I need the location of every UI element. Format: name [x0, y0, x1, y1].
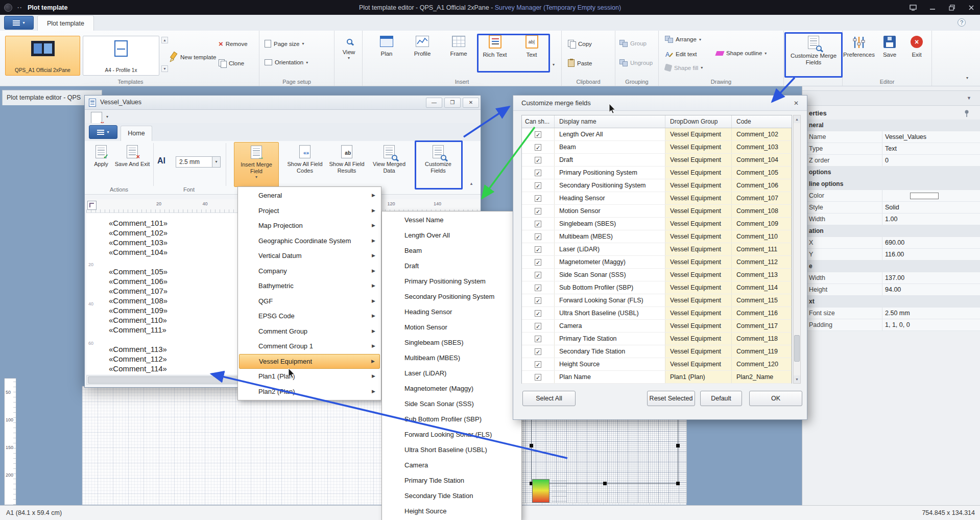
apply-button[interactable]: ✓ Apply — [89, 142, 113, 187]
property-row[interactable]: Font size2.50 mm — [802, 308, 980, 319]
submenu-item-side-scan-sonar-sss[interactable]: Side Scan Sonar (SSS) — [383, 396, 520, 412]
menu-item-vessel-equipment[interactable]: Vessel Equipment▶ — [239, 354, 380, 369]
table-row[interactable]: ✓Plan NamePlan1 (Plan)Plan2_Name — [522, 371, 792, 384]
table-row[interactable]: ✓Side Scan Sonar (SSS)Vessel EquipmentCo… — [522, 269, 792, 281]
checkbox[interactable]: ✓ — [535, 348, 541, 355]
submenu-item-secondary-tide-station[interactable]: Secondary Tide Station — [383, 488, 520, 504]
tab-plot-template[interactable]: Plot template — [37, 15, 94, 31]
submenu-item-primary-positioning-system[interactable]: Primary Positioning System — [383, 274, 520, 289]
property-row[interactable]: Z order0 — [802, 155, 980, 167]
property-row[interactable]: TypeText — [802, 143, 980, 155]
ribbon-collapse-chevron-icon[interactable]: ▾ — [966, 76, 968, 80]
selection-handle[interactable] — [676, 444, 680, 447]
view-merged-data-button[interactable]: View Merged Data — [370, 142, 409, 187]
vessel-app-menu-button[interactable]: ▾ — [89, 125, 117, 139]
submenu-item-beam[interactable]: Beam — [383, 243, 520, 258]
reset-selected-button[interactable]: Reset Selected — [647, 391, 695, 406]
property-row[interactable]: StyleSolid — [802, 202, 980, 214]
submenu-item-singlebeam-sbes[interactable]: Singlebeam (SBES) — [383, 335, 520, 350]
ok-button[interactable]: OK — [749, 391, 802, 406]
submenu-item-motion-sensor[interactable]: Motion Sensor — [383, 320, 520, 335]
menu-item-project[interactable]: Project▶ — [239, 203, 380, 219]
column-header-can-show[interactable]: Can sh... — [522, 115, 555, 128]
remove-template-button[interactable]: ×Remove — [219, 40, 248, 48]
checkbox[interactable]: ✓ — [535, 361, 541, 368]
table-row[interactable]: ✓Motion SensorVessel EquipmentComment_10… — [522, 205, 792, 218]
table-row[interactable]: ✓Multibeam (MBES)Vessel EquipmentComment… — [522, 230, 792, 243]
table-row[interactable]: ✓Length Over AllVessel EquipmentComment_… — [522, 128, 792, 141]
clone-template-button[interactable]: Clone — [219, 59, 244, 67]
table-row[interactable]: ✓Heading SensorVessel EquipmentComment_1… — [522, 192, 792, 205]
property-row[interactable]: Color — [802, 190, 980, 202]
table-row[interactable]: ✓Primary Tide StationVessel EquipmentCom… — [522, 333, 792, 345]
submenu-item-magnetometer-maggy[interactable]: Magnetometer (Maggy) — [383, 381, 520, 396]
vessel-maximize-icon[interactable]: ❒ — [444, 98, 461, 108]
table-row[interactable]: ✓Primary Positioning SystemVessel Equipm… — [522, 167, 792, 179]
show-all-field-codes-button[interactable]: «» Show All Field Codes — [286, 142, 324, 187]
property-row[interactable]: Y116.00 — [802, 249, 980, 261]
property-row[interactable]: Padding1, 1, 0, 0 — [802, 319, 980, 331]
menu-item-plan2-plan[interactable]: Plan2 (Plan)▶ — [239, 384, 380, 399]
selection-handle[interactable] — [603, 482, 607, 485]
menu-item-qgf[interactable]: QGF▶ — [239, 294, 380, 309]
insert-rich-text-button[interactable]: Rich Text — [479, 35, 511, 58]
shape-outline-button[interactable]: Shape outline▾ — [716, 50, 767, 56]
save-button[interactable]: Save — [876, 36, 903, 58]
property-row[interactable]: Width137.00 — [802, 272, 980, 284]
dialog-scrollbar[interactable]: ▲ ▼ — [793, 115, 801, 384]
arrange-button[interactable]: Arrange▾ — [665, 36, 701, 43]
page-size-button[interactable]: Page size▾ — [265, 40, 304, 48]
submenu-item-height-source[interactable]: Height Source — [383, 504, 520, 519]
menu-item-general[interactable]: General▶ — [239, 188, 380, 203]
table-row[interactable]: ✓Forward Looking Sonar (FLS)Vessel Equip… — [522, 294, 792, 307]
table-row[interactable]: ✓Secondary Tide StationVessel EquipmentC… — [522, 345, 792, 358]
table-row[interactable]: ✓Singlebeam (SBES)Vessel EquipmentCommen… — [522, 218, 792, 230]
insert-frame-button[interactable]: Frame — [443, 36, 474, 57]
exit-button[interactable]: ×Exit — [904, 36, 929, 58]
save-and-exit-button[interactable]: × Save And Exit — [114, 142, 150, 187]
customize-merge-fields-button[interactable]: Customize Merge Fields — [789, 36, 838, 66]
font-size-combobox[interactable]: 2.5 mm▾ — [176, 156, 221, 168]
menu-item-plan1-plan[interactable]: Plan1 (Plan)▶ — [239, 369, 380, 384]
column-header-display-name[interactable]: Display name — [555, 115, 665, 128]
copy-button[interactable]: Copy — [568, 40, 592, 48]
menu-item-map-projection[interactable]: Map Projection▶ — [239, 218, 380, 233]
checkbox[interactable]: ✓ — [535, 285, 541, 291]
insert-merge-field-button[interactable]: → Insert Merge Field ▾ — [234, 142, 279, 187]
submenu-item-length-over-all[interactable]: Length Over All — [383, 228, 520, 243]
checkbox[interactable]: ✓ — [535, 157, 541, 163]
ungroup-button[interactable]: Ungroup — [619, 59, 653, 66]
default-button[interactable]: Default — [700, 391, 742, 406]
checkbox[interactable]: ✓ — [535, 170, 541, 176]
close-icon[interactable] — [966, 3, 977, 12]
help-icon[interactable]: ? — [958, 18, 966, 27]
submenu-item-sub-bottom-profiler-sbp[interactable]: Sub Bottom Profiler (SBP) — [383, 412, 520, 427]
submenu-item-camera[interactable]: Camera — [383, 458, 520, 473]
pin-icon[interactable] — [963, 109, 970, 117]
vessel-window-titlebar[interactable]: Vessel_Values — ❒ ✕ — [85, 96, 481, 110]
menu-item-bathymetric[interactable]: Bathymetric▶ — [239, 278, 380, 294]
submenu-item-multibeam-mbes[interactable]: Multibeam (MBES) — [383, 350, 520, 366]
template-a4-profile[interactable]: A4 - Profile 1x — [83, 36, 159, 76]
template-qps-a1[interactable]: QPS_A1 Official 2xPane — [5, 36, 80, 76]
orientation-button[interactable]: Orientation▾ — [265, 59, 308, 65]
column-header-code[interactable]: Code — [732, 115, 792, 128]
scroll-down-icon[interactable]: ▼ — [794, 375, 800, 383]
table-row[interactable]: ✓Laser (LiDAR)Vessel EquipmentComment_11… — [522, 243, 792, 256]
table-row[interactable]: ✓Secondary Positioning SystemVessel Equi… — [522, 179, 792, 192]
scrollbar-thumb[interactable] — [88, 376, 241, 384]
submenu-item-laser-lidar[interactable]: Laser (LiDAR) — [383, 366, 520, 381]
menu-item-company[interactable]: Company▶ — [239, 264, 380, 279]
fit-screen-icon[interactable] — [907, 3, 919, 12]
table-row[interactable]: ✓Sub Bottom Profiler (SBP)Vessel Equipme… — [522, 281, 792, 294]
column-header-dropdown-group[interactable]: DropDown Group — [665, 115, 732, 128]
color-swatch[interactable] — [910, 193, 939, 199]
group-button[interactable]: Group — [619, 40, 647, 47]
chevron-down-icon[interactable]: ▾ — [212, 157, 220, 167]
table-row[interactable]: ✓Height SourceVessel EquipmentComment_12… — [522, 358, 792, 371]
shape-fill-button[interactable]: Shape fill▾ — [665, 64, 703, 71]
insert-text-button[interactable]: ab|Text — [516, 35, 547, 58]
chevron-down-icon[interactable]: ▼ — [967, 96, 971, 101]
selection-handle[interactable] — [676, 482, 680, 485]
submenu-item-secondary-positioning-system[interactable]: Secondary Positioning System — [383, 289, 520, 304]
